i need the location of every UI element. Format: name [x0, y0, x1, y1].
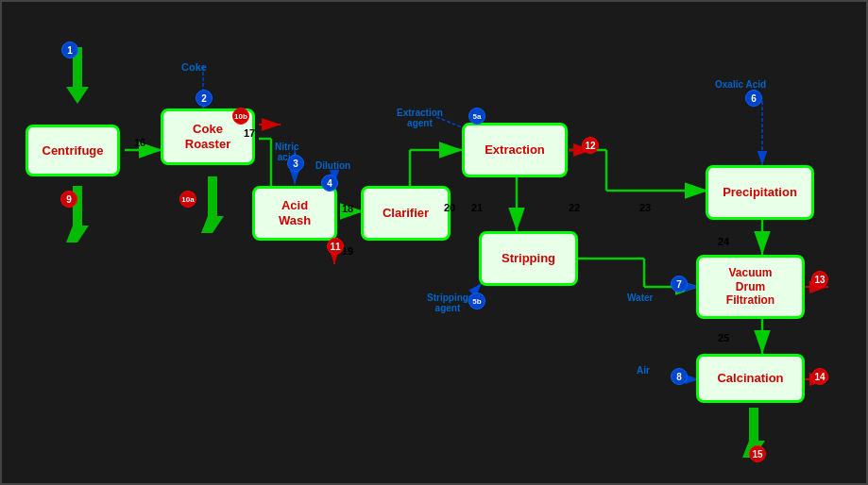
water-label: Water: [627, 293, 653, 303]
flow-20: 20: [444, 202, 455, 213]
badge-14: 14: [811, 368, 828, 385]
badge-8: 8: [671, 368, 688, 385]
badge-2: 2: [196, 90, 213, 107]
stripping-agent-label: Strippingagent: [427, 293, 468, 313]
badge-12: 12: [582, 137, 599, 154]
calcination-box: Calcination: [696, 354, 805, 403]
flow-23: 23: [639, 202, 651, 213]
badge-4: 4: [321, 175, 338, 192]
flow-24: 24: [718, 236, 729, 247]
extraction-agent-label: Extractionagent: [397, 108, 443, 128]
clarifier-box: Clarifier: [361, 186, 451, 241]
flow-16: 16: [134, 137, 145, 148]
badge-10b: 10b: [232, 108, 249, 125]
badge-5a: 5a: [468, 108, 485, 125]
flow-25: 25: [718, 332, 729, 343]
badge-13: 13: [811, 271, 828, 288]
badge-15: 15: [749, 445, 766, 462]
extraction-box: Extraction: [462, 123, 568, 177]
acid-wash-box: AcidWash: [252, 186, 337, 241]
dilution-label: Dilution: [315, 160, 350, 171]
badge-9: 9: [60, 191, 77, 208]
flow-22: 22: [569, 202, 580, 213]
badge-5b: 5b: [468, 293, 485, 309]
svg-marker-6: [201, 176, 224, 233]
flow-arrows: [2, 2, 868, 485]
badge-1: 1: [61, 42, 78, 59]
centrifuge-box: Centrifuge: [26, 125, 120, 176]
flow-18: 18: [342, 203, 353, 214]
process-flow-diagram: Centrifuge CokeRoaster AcidWash Clarifie…: [0, 0, 868, 485]
badge-11: 11: [327, 238, 344, 255]
badge-7: 7: [671, 276, 688, 293]
oxalic-acid-label: Oxalic Acid: [715, 79, 766, 90]
flow-21: 21: [471, 202, 483, 213]
coke-label: Coke: [181, 61, 207, 73]
badge-6: 6: [745, 90, 762, 107]
badge-3: 3: [287, 155, 304, 172]
vacuum-drum-box: VacuumDrumFiltration: [696, 255, 805, 319]
air-label: Air: [637, 365, 650, 376]
flow-17: 17: [244, 127, 255, 139]
stripping-box: Stripping: [479, 231, 578, 286]
precipitation-box: Precipitation: [706, 165, 814, 220]
badge-10a: 10a: [179, 191, 196, 208]
